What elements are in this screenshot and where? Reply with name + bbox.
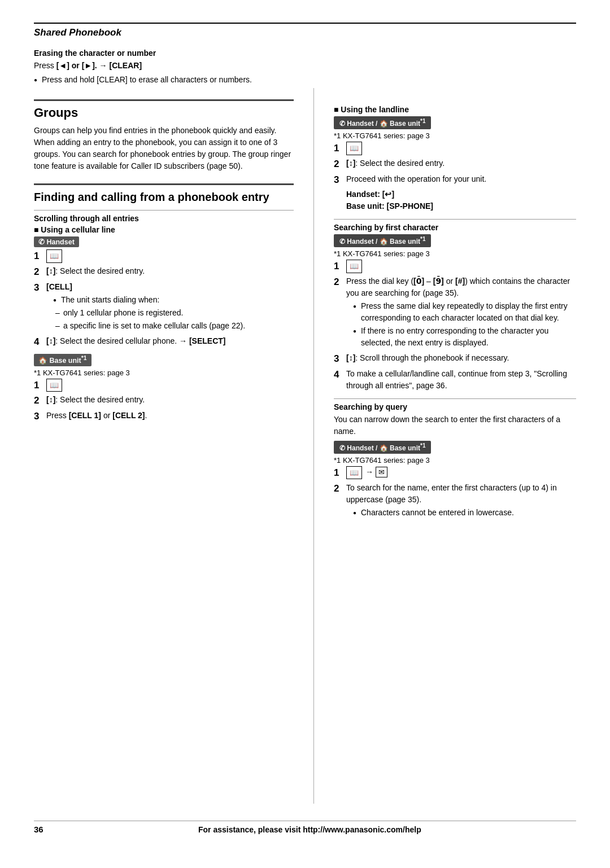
sub-bullet: Press the same dial key repeatedly to di… — [353, 300, 576, 324]
landline-section: Using the landline ✆ Handset / 🏠 Base un… — [334, 105, 576, 212]
using-landline-label: Using the landline — [334, 105, 576, 114]
base-steps-list: 1 📖 2 [↕]: Select the desired entry. 3 P… — [34, 379, 294, 423]
finding-title: Finding and calling from a phonebook ent… — [34, 190, 294, 204]
footnote-query: *1 KX-TG7641 series: page 3 — [334, 456, 576, 464]
hb-badge-first-char: ✆ Handset / 🏠 Base unit*1 — [334, 234, 431, 247]
groups-section: Groups Groups can help you find entries … — [34, 99, 294, 172]
groups-description: Groups can help you find entries in the … — [34, 125, 294, 172]
hb-badge-landline: ✆ Handset / 🏠 Base unit*1 — [334, 116, 431, 129]
step-item: 1 📖 — [334, 260, 576, 273]
sub-dash: a specific line is set to make cellular … — [53, 320, 294, 332]
clear-keys: [◄] or [►]. → [CLEAR] — [56, 61, 142, 70]
base-unit-badge-wrapper: 🏠 Base unit*1 — [34, 354, 294, 368]
hb-badge-wrapper2: ✆ Handset / 🏠 Base unit*1 — [334, 234, 576, 249]
page: Shared Phonebook Erasing the character o… — [0, 0, 610, 868]
step-item: 2 [↕]: Select the desired entry. — [34, 394, 294, 407]
sub-list-query: Characters cannot be entered in lowercas… — [346, 507, 576, 519]
hb-badge-query: ✆ Handset / 🏠 Base unit*1 — [334, 441, 431, 454]
base-icon: 🏠 — [38, 357, 47, 365]
handset-icon: ✆ — [38, 238, 45, 246]
handset-badge: ✆ Handset — [34, 236, 79, 247]
hb-badge-wrapper: ✆ Handset / 🏠 Base unit*1 — [334, 116, 576, 131]
footnote-base: *1 KX-TG7641 series: page 3 — [34, 369, 294, 377]
step-item: 3 Proceed with the operation for your un… — [334, 173, 576, 187]
erasing-section: Erasing the character or number Press [◄… — [34, 49, 576, 88]
step-item: 2 [↕]: Select the desired entry. — [334, 157, 576, 171]
erasing-heading: Erasing the character or number — [34, 49, 576, 58]
step-item: 1 📖 → ✉ — [334, 466, 576, 480]
shared-phonebook-title: Shared Phonebook — [34, 27, 576, 38]
step-item: 3 [↕]: Scroll through the phonebook if n… — [334, 352, 576, 366]
searching-query-desc: You can narrow down the search to enter … — [334, 414, 576, 437]
step-item: 1 📖 — [34, 379, 294, 392]
query-steps: 1 📖 → ✉ 2 To search for the name, enter … — [334, 466, 576, 520]
sub-dash: only 1 cellular phone is registered. — [53, 307, 294, 319]
searching-first-char-heading: Searching by first character — [334, 219, 576, 232]
handset-action: Handset: [↩] Base unit: [SP-PHONE] — [334, 188, 576, 212]
sub-bullet: Characters cannot be entered in lowercas… — [353, 507, 576, 519]
sub-bullet: The unit starts dialing when: — [53, 294, 294, 306]
first-char-steps: 1 📖 2 Press the dial key ([0̄] – [9̄] or… — [334, 260, 576, 392]
step-item: 3 Press [CELL 1] or [CELL 2]. — [34, 410, 294, 423]
phonebook-symbol: 📖 — [346, 466, 362, 480]
step-item: 1 📖 — [334, 142, 576, 155]
sub-list-first-char: Press the same dial key repeatedly to di… — [346, 300, 576, 349]
erasing-bullet: Press and hold [CLEAR] to erase all char… — [34, 74, 576, 86]
phonebook-symbol: 📖 — [46, 249, 62, 263]
two-col-layout: Groups Groups can help you find entries … — [34, 88, 576, 804]
searching-first-char-section: Searching by first character ✆ Handset /… — [334, 219, 576, 392]
searching-query-heading: Searching by query — [334, 398, 576, 411]
scrolling-heading: Scrolling through all entries — [34, 210, 294, 223]
mail-symbol: ✉ — [376, 467, 387, 477]
footnote-first-char: *1 KX-TG7641 series: page 3 — [334, 249, 576, 258]
phonebook-symbol: 📖 — [346, 260, 362, 273]
step-item: 3 [CELL] The unit starts dialing when: o… — [34, 281, 294, 333]
footer-text: For assistance, please visit http://www.… — [43, 825, 576, 834]
step-item: 4 [↕]: Select the desired cellular phone… — [34, 335, 294, 349]
cell-sub-list: The unit starts dialing when: only 1 cel… — [46, 294, 294, 332]
base-unit-badge: 🏠 Base unit*1 — [34, 354, 91, 366]
step-item: 2 Press the dial key ([0̄] – [9̄] or [#]… — [334, 275, 576, 350]
finding-section: Finding and calling from a phonebook ent… — [34, 183, 294, 423]
groups-title: Groups — [34, 106, 294, 120]
hb-badge-wrapper3: ✆ Handset / 🏠 Base unit*1 — [334, 441, 576, 456]
landline-steps: 1 📖 2 [↕]: Select the desired entry. 3 P… — [334, 142, 576, 186]
using-cellular-label: Using a cellular line — [34, 225, 294, 234]
sub-bullet: If there is no entry corresponding to th… — [353, 325, 576, 349]
handset-badge-wrapper: ✆ Handset — [34, 236, 294, 249]
step-item: 1 📖 — [34, 249, 294, 263]
left-column: Groups Groups can help you find entries … — [34, 88, 294, 804]
page-footer: 36 For assistance, please visit http://w… — [34, 821, 576, 834]
phonebook-symbol: 📖 — [46, 379, 62, 392]
searching-query-section: Searching by query You can narrow down t… — [334, 398, 576, 520]
step-item: 2 [↕]: Select the desired entry. — [34, 265, 294, 279]
step-item: 2 To search for the name, enter the firs… — [334, 482, 576, 520]
phonebook-symbol: 📖 — [346, 142, 362, 155]
shared-phonebook-header: Shared Phonebook — [34, 23, 576, 43]
page-number: 36 — [34, 825, 43, 834]
right-column: Using the landline ✆ Handset / 🏠 Base un… — [334, 88, 576, 804]
column-divider — [313, 88, 314, 804]
cellular-steps-list: 1 📖 2 [↕]: Select the desired entry. 3 [… — [34, 249, 294, 348]
step-item: 4 To make a cellular/landline call, cont… — [334, 368, 576, 392]
footnote-hb: *1 KX-TG7641 series: page 3 — [334, 131, 576, 140]
erasing-instruction: Press [◄] or [►]. → [CLEAR] — [34, 60, 576, 72]
